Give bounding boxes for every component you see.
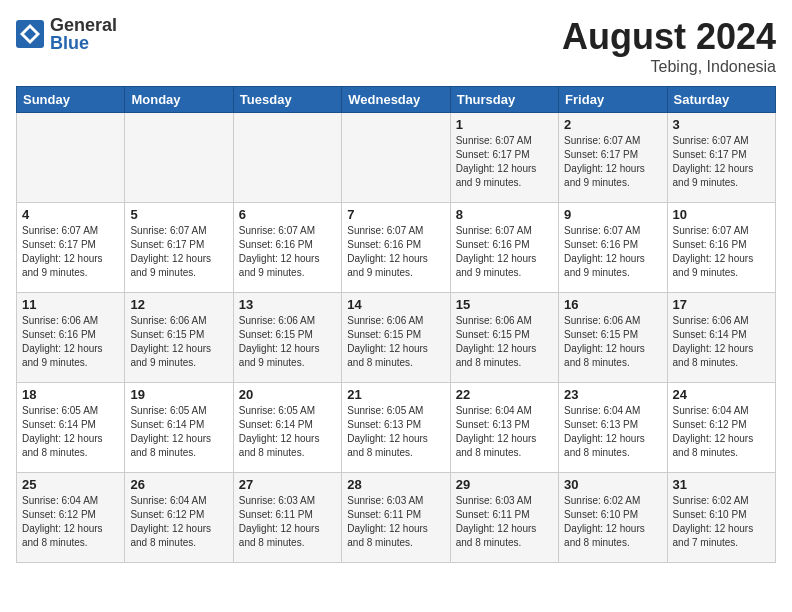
page-title: August 2024 [562,16,776,58]
day-info: Sunrise: 6:03 AM Sunset: 6:11 PM Dayligh… [347,494,444,550]
table-row [125,113,233,203]
day-number: 13 [239,297,336,312]
col-thursday: Thursday [450,87,558,113]
day-number: 7 [347,207,444,222]
table-row: 28Sunrise: 6:03 AM Sunset: 6:11 PM Dayli… [342,473,450,563]
day-info: Sunrise: 6:06 AM Sunset: 6:15 PM Dayligh… [564,314,661,370]
day-number: 11 [22,297,119,312]
day-number: 18 [22,387,119,402]
day-number: 1 [456,117,553,132]
table-row: 18Sunrise: 6:05 AM Sunset: 6:14 PM Dayli… [17,383,125,473]
day-info: Sunrise: 6:07 AM Sunset: 6:17 PM Dayligh… [130,224,227,280]
calendar-week-row: 11Sunrise: 6:06 AM Sunset: 6:16 PM Dayli… [17,293,776,383]
calendar-week-row: 18Sunrise: 6:05 AM Sunset: 6:14 PM Dayli… [17,383,776,473]
day-info: Sunrise: 6:05 AM Sunset: 6:14 PM Dayligh… [130,404,227,460]
day-info: Sunrise: 6:04 AM Sunset: 6:13 PM Dayligh… [456,404,553,460]
table-row: 20Sunrise: 6:05 AM Sunset: 6:14 PM Dayli… [233,383,341,473]
logo: General Blue [16,16,117,52]
day-number: 16 [564,297,661,312]
day-info: Sunrise: 6:04 AM Sunset: 6:13 PM Dayligh… [564,404,661,460]
day-info: Sunrise: 6:03 AM Sunset: 6:11 PM Dayligh… [239,494,336,550]
day-info: Sunrise: 6:07 AM Sunset: 6:17 PM Dayligh… [22,224,119,280]
table-row: 4Sunrise: 6:07 AM Sunset: 6:17 PM Daylig… [17,203,125,293]
day-info: Sunrise: 6:06 AM Sunset: 6:15 PM Dayligh… [456,314,553,370]
table-row: 23Sunrise: 6:04 AM Sunset: 6:13 PM Dayli… [559,383,667,473]
col-friday: Friday [559,87,667,113]
day-number: 29 [456,477,553,492]
table-row: 9Sunrise: 6:07 AM Sunset: 6:16 PM Daylig… [559,203,667,293]
table-row: 3Sunrise: 6:07 AM Sunset: 6:17 PM Daylig… [667,113,775,203]
table-row: 15Sunrise: 6:06 AM Sunset: 6:15 PM Dayli… [450,293,558,383]
day-info: Sunrise: 6:05 AM Sunset: 6:13 PM Dayligh… [347,404,444,460]
table-row: 21Sunrise: 6:05 AM Sunset: 6:13 PM Dayli… [342,383,450,473]
day-number: 21 [347,387,444,402]
calendar-week-row: 25Sunrise: 6:04 AM Sunset: 6:12 PM Dayli… [17,473,776,563]
calendar-week-row: 4Sunrise: 6:07 AM Sunset: 6:17 PM Daylig… [17,203,776,293]
table-row: 19Sunrise: 6:05 AM Sunset: 6:14 PM Dayli… [125,383,233,473]
table-row: 10Sunrise: 6:07 AM Sunset: 6:16 PM Dayli… [667,203,775,293]
table-row [342,113,450,203]
day-number: 17 [673,297,770,312]
day-number: 3 [673,117,770,132]
day-number: 23 [564,387,661,402]
table-row [17,113,125,203]
day-number: 20 [239,387,336,402]
day-info: Sunrise: 6:06 AM Sunset: 6:15 PM Dayligh… [347,314,444,370]
table-row [233,113,341,203]
day-number: 30 [564,477,661,492]
day-number: 2 [564,117,661,132]
day-info: Sunrise: 6:07 AM Sunset: 6:16 PM Dayligh… [456,224,553,280]
day-info: Sunrise: 6:06 AM Sunset: 6:14 PM Dayligh… [673,314,770,370]
day-info: Sunrise: 6:06 AM Sunset: 6:15 PM Dayligh… [130,314,227,370]
col-saturday: Saturday [667,87,775,113]
table-row: 25Sunrise: 6:04 AM Sunset: 6:12 PM Dayli… [17,473,125,563]
col-monday: Monday [125,87,233,113]
day-info: Sunrise: 6:06 AM Sunset: 6:15 PM Dayligh… [239,314,336,370]
table-row: 5Sunrise: 6:07 AM Sunset: 6:17 PM Daylig… [125,203,233,293]
day-info: Sunrise: 6:02 AM Sunset: 6:10 PM Dayligh… [673,494,770,550]
table-row: 26Sunrise: 6:04 AM Sunset: 6:12 PM Dayli… [125,473,233,563]
table-row: 2Sunrise: 6:07 AM Sunset: 6:17 PM Daylig… [559,113,667,203]
day-number: 25 [22,477,119,492]
table-row: 6Sunrise: 6:07 AM Sunset: 6:16 PM Daylig… [233,203,341,293]
table-row: 17Sunrise: 6:06 AM Sunset: 6:14 PM Dayli… [667,293,775,383]
table-row: 7Sunrise: 6:07 AM Sunset: 6:16 PM Daylig… [342,203,450,293]
day-info: Sunrise: 6:03 AM Sunset: 6:11 PM Dayligh… [456,494,553,550]
day-number: 31 [673,477,770,492]
day-info: Sunrise: 6:07 AM Sunset: 6:16 PM Dayligh… [673,224,770,280]
day-number: 19 [130,387,227,402]
day-info: Sunrise: 6:02 AM Sunset: 6:10 PM Dayligh… [564,494,661,550]
table-row: 24Sunrise: 6:04 AM Sunset: 6:12 PM Dayli… [667,383,775,473]
day-number: 28 [347,477,444,492]
day-number: 14 [347,297,444,312]
day-info: Sunrise: 6:07 AM Sunset: 6:16 PM Dayligh… [564,224,661,280]
day-number: 5 [130,207,227,222]
logo-general: General [50,16,117,34]
table-row: 8Sunrise: 6:07 AM Sunset: 6:16 PM Daylig… [450,203,558,293]
table-row: 29Sunrise: 6:03 AM Sunset: 6:11 PM Dayli… [450,473,558,563]
day-info: Sunrise: 6:07 AM Sunset: 6:17 PM Dayligh… [673,134,770,190]
table-row: 31Sunrise: 6:02 AM Sunset: 6:10 PM Dayli… [667,473,775,563]
table-row: 13Sunrise: 6:06 AM Sunset: 6:15 PM Dayli… [233,293,341,383]
page-header: General Blue August 2024 Tebing, Indones… [16,16,776,76]
day-number: 10 [673,207,770,222]
table-row: 1Sunrise: 6:07 AM Sunset: 6:17 PM Daylig… [450,113,558,203]
day-info: Sunrise: 6:05 AM Sunset: 6:14 PM Dayligh… [22,404,119,460]
day-info: Sunrise: 6:04 AM Sunset: 6:12 PM Dayligh… [673,404,770,460]
day-number: 27 [239,477,336,492]
col-sunday: Sunday [17,87,125,113]
table-row: 30Sunrise: 6:02 AM Sunset: 6:10 PM Dayli… [559,473,667,563]
day-number: 24 [673,387,770,402]
table-row: 12Sunrise: 6:06 AM Sunset: 6:15 PM Dayli… [125,293,233,383]
day-number: 26 [130,477,227,492]
table-row: 16Sunrise: 6:06 AM Sunset: 6:15 PM Dayli… [559,293,667,383]
day-number: 6 [239,207,336,222]
logo-icon [16,20,44,48]
logo-text: General Blue [50,16,117,52]
day-number: 15 [456,297,553,312]
day-info: Sunrise: 6:05 AM Sunset: 6:14 PM Dayligh… [239,404,336,460]
table-row: 27Sunrise: 6:03 AM Sunset: 6:11 PM Dayli… [233,473,341,563]
day-number: 8 [456,207,553,222]
table-row: 14Sunrise: 6:06 AM Sunset: 6:15 PM Dayli… [342,293,450,383]
day-number: 4 [22,207,119,222]
